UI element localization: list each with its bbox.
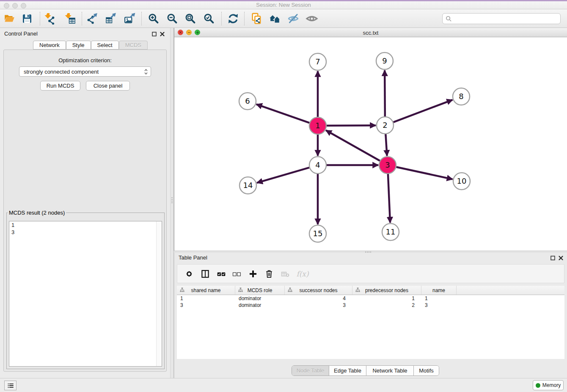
graph-edge-2-8[interactable]	[394, 100, 453, 122]
table-options-gear-icon[interactable]	[182, 267, 196, 281]
cell-predecessor-nodes[interactable]: 2	[352, 302, 421, 309]
graph-node-label-9: 9	[382, 56, 387, 65]
tab-select[interactable]: Select	[91, 41, 119, 50]
network-canvas[interactable]: 1234678910111415	[174, 37, 567, 251]
export-table-icon[interactable]	[104, 11, 118, 26]
graph-edge-4-14[interactable]	[257, 168, 309, 183]
cell-name[interactable]: 3	[421, 302, 457, 309]
toolbar-separator	[244, 12, 245, 25]
list-icon	[7, 382, 14, 389]
graph-edge-3-10[interactable]	[396, 167, 453, 179]
delete-table-disabled-icon	[278, 267, 292, 281]
zoom-out-icon[interactable]	[165, 11, 179, 26]
open-session-icon[interactable]	[2, 11, 17, 26]
graph-edge-2-9[interactable]	[385, 70, 385, 116]
tab-edge-table[interactable]: Edge Table	[329, 366, 366, 375]
search-input[interactable]	[452, 14, 560, 23]
toolbar-separator	[82, 12, 82, 25]
close-table-panel-icon[interactable]	[558, 255, 564, 261]
eye-icon[interactable]	[305, 11, 319, 26]
cell-successor-nodes[interactable]: 4	[285, 295, 352, 302]
mcds-result-legend: MCDS result (2 nodes)	[8, 210, 66, 216]
window-top-accent	[0, 0, 567, 1]
zoom-selected-icon[interactable]	[202, 11, 216, 26]
graph-node-label-11: 11	[386, 227, 396, 236]
eye-slash-icon[interactable]	[286, 11, 300, 26]
column-selector-icon[interactable]	[198, 267, 212, 281]
memory-button[interactable]: Memory	[533, 380, 564, 390]
search-icon	[446, 16, 452, 22]
zoom-in-icon[interactable]	[146, 11, 161, 26]
cell-successor-nodes[interactable]: 3	[285, 302, 352, 309]
delete-column-icon[interactable]	[262, 267, 276, 281]
network-graph[interactable]: 1234678910111415	[174, 37, 567, 251]
task-history-button[interactable]	[4, 381, 17, 390]
graph-node-label-1: 1	[315, 121, 320, 130]
home-icon[interactable]	[268, 11, 282, 26]
control-panel-tabs: Network Style Select MCDS	[33, 41, 148, 50]
graph-node-label-8: 8	[459, 92, 463, 101]
close-panel-icon[interactable]	[160, 31, 165, 37]
run-mcds-button[interactable]: Run MCDS	[40, 81, 80, 91]
tab-style[interactable]: Style	[66, 41, 91, 50]
duplicate-network-icon[interactable]	[250, 11, 264, 26]
import-table-icon[interactable]	[63, 11, 77, 26]
graph-edge-1-2[interactable]	[327, 125, 376, 126]
cell-shared-name[interactable]: 3	[177, 302, 235, 309]
tab-network-table[interactable]: Network Table	[366, 366, 413, 375]
column-header-predecessor-nodes[interactable]: predecessor nodes	[352, 286, 421, 295]
vertical-splitter[interactable]	[170, 28, 174, 378]
graph-node-label-2: 2	[383, 121, 387, 130]
float-panel-icon[interactable]	[151, 31, 157, 37]
result-scrollbar[interactable]	[156, 221, 162, 366]
zoom-fit-icon[interactable]	[183, 11, 198, 26]
float-table-panel-icon[interactable]	[550, 255, 556, 261]
column-header-label: predecessor nodes	[365, 287, 408, 293]
graph-edge-2-3[interactable]	[385, 134, 387, 156]
graph-edge-3-11[interactable]	[388, 174, 390, 223]
tab-node-table[interactable]: Node Table	[292, 366, 329, 375]
tab-motifs[interactable]: Motifs	[413, 366, 439, 375]
mcds-result-item[interactable]: 3	[9, 229, 162, 236]
table-row[interactable]: 3dominator323	[177, 302, 564, 309]
column-header-MCDS-role[interactable]: MCDS role	[235, 286, 285, 295]
cell-shared-name[interactable]: 1	[177, 295, 235, 302]
memory-status-icon	[536, 383, 540, 388]
splitter-grip	[171, 197, 173, 204]
memory-label: Memory	[542, 382, 561, 388]
column-header-successor-nodes[interactable]: successor nodes	[285, 286, 352, 295]
export-image-icon[interactable]	[123, 11, 137, 26]
deselect-all-checks-icon[interactable]	[230, 267, 243, 281]
search-box[interactable]	[442, 13, 561, 24]
table-row[interactable]: 1dominator411	[177, 295, 564, 302]
add-column-icon[interactable]	[246, 267, 260, 281]
save-session-icon[interactable]	[20, 11, 34, 26]
column-header-shared-name[interactable]: shared name	[177, 286, 235, 295]
network-window-titlebar[interactable]: scc.txt	[174, 28, 567, 37]
column-header-label: MCDS role	[248, 287, 272, 293]
table-panel-title: Table Panel	[179, 254, 207, 261]
cell-name[interactable]: 1	[421, 295, 457, 302]
tab-network[interactable]: Network	[33, 41, 66, 50]
graph-edge-1-6[interactable]	[256, 104, 309, 123]
cell-MCDS-role[interactable]: dominator	[235, 295, 285, 302]
column-header-label: name	[432, 287, 445, 293]
column-header-name[interactable]: name	[421, 286, 457, 295]
tab-mcds[interactable]: MCDS	[119, 41, 148, 50]
node-table[interactable]: shared nameMCDS rolesuccessor nodesprede…	[177, 286, 564, 359]
mcds-result-list[interactable]: 13	[9, 221, 162, 367]
mcds-result-item[interactable]: 1	[9, 221, 162, 229]
close-panel-button[interactable]: Close panel	[86, 81, 130, 91]
table-tabs: Node Table Edge Table Network Table Moti…	[292, 365, 439, 376]
os-titlebar: Session: New Session	[0, 0, 567, 9]
select-all-checks-icon[interactable]	[215, 267, 228, 281]
export-network-icon[interactable]	[85, 11, 99, 26]
graph-node-label-6: 6	[245, 97, 250, 105]
cell-MCDS-role[interactable]: dominator	[235, 302, 285, 309]
refresh-icon[interactable]	[226, 11, 240, 26]
cell-predecessor-nodes[interactable]: 1	[352, 295, 421, 302]
import-network-icon[interactable]	[43, 11, 57, 26]
criterion-select[interactable]: strongly connected component	[19, 66, 151, 77]
graph-edge-3-1[interactable]	[326, 130, 380, 161]
optimization-criterion-label: Optimization criterion:	[4, 57, 166, 63]
